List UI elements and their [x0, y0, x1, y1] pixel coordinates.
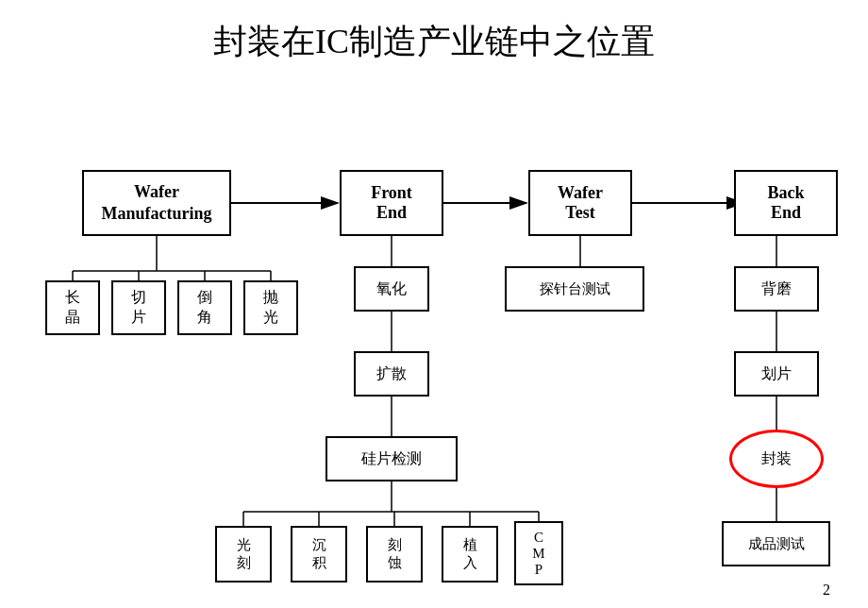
front-end-box: FrontEnd — [340, 170, 443, 236]
wafer-test-box: WaferTest — [528, 170, 632, 236]
guang-ke-box: 光刻 — [215, 526, 272, 583]
dao-jiao-box: 倒角 — [177, 280, 232, 335]
diagram: Wafer Manufacturing FrontEnd WaferTest B… — [28, 82, 840, 608]
cheng-pin-box: 成品测试 — [722, 521, 830, 566]
pao-guang-box: 抛光 — [243, 280, 298, 335]
zhi-ru-box: 植入 — [442, 526, 498, 583]
cmp-box: CMP — [514, 521, 563, 585]
wafer-mfg-box: Wafer Manufacturing — [82, 170, 231, 236]
qie-pian-box: 切片 — [111, 280, 166, 335]
hua-pian-box: 划片 — [734, 351, 819, 397]
tan-zhen-box: 探针台测试 — [505, 266, 644, 312]
back-end-box: BackEnd — [734, 170, 838, 236]
ke-shi-box: 刻蚀 — [366, 526, 423, 583]
chen-ji-box: 沉积 — [291, 526, 347, 583]
page: 封装在IC制造产业链中之位置 — [0, 0, 868, 608]
diagram-lines — [28, 82, 840, 608]
chang-jing-box: 长晶 — [45, 280, 100, 335]
gui-pian-box: 硅片检测 — [326, 436, 458, 481]
page-number: 2 — [823, 582, 830, 599]
yang-hua-box: 氧化 — [354, 266, 429, 312]
bei-mo-box: 背磨 — [734, 266, 819, 312]
main-title: 封装在IC制造产业链中之位置 — [28, 19, 840, 65]
kuo-san-box: 扩散 — [354, 351, 429, 397]
feng-zhuang-box: 封装 — [729, 430, 824, 488]
